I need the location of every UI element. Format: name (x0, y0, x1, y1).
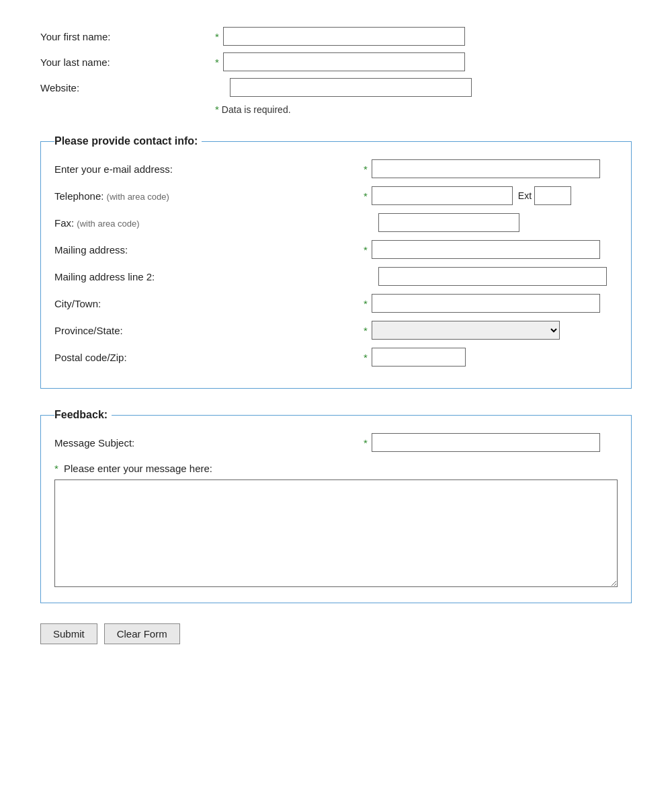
button-row: Submit Clear Form (40, 623, 632, 644)
subject-required-star: * (364, 437, 368, 449)
city-required-star: * (364, 298, 368, 309)
clear-form-button[interactable]: Clear Form (104, 623, 180, 644)
contact-legend: Please provide contact info: (54, 135, 202, 147)
telephone-required-star: * (364, 190, 368, 202)
telephone-label: Telephone: (with area code) (54, 190, 364, 202)
mailing-input[interactable] (372, 240, 600, 259)
mailing-row: Mailing address: * (54, 240, 618, 259)
email-row: Enter your e-mail address: * (54, 159, 618, 178)
telephone-ext-group: Ext (372, 186, 571, 205)
province-select[interactable]: AlbertaBritish ColumbiaManitobaNew Bruns… (372, 321, 560, 340)
first-name-required-star: * (215, 31, 219, 42)
website-label: Website: (40, 82, 215, 93)
last-name-input[interactable] (223, 52, 465, 71)
message-label-row: * Please enter your message here: (54, 463, 618, 474)
telephone-row: Telephone: (with area code) * Ext (54, 186, 618, 205)
first-name-label: Your first name: (40, 31, 215, 42)
required-note: * Data is required. (215, 104, 632, 115)
last-name-required-star: * (215, 56, 219, 68)
email-label: Enter your e-mail address: (54, 163, 364, 175)
telephone-input[interactable] (372, 186, 513, 205)
subject-input[interactable] (372, 433, 600, 452)
mailing2-label: Mailing address line 2: (54, 271, 364, 282)
website-row: Website: (40, 78, 632, 97)
province-row: Province/State: * AlbertaBritish Columbi… (54, 321, 618, 340)
fax-input[interactable] (378, 213, 519, 232)
feedback-fieldset: Feedback: Message Subject: * * Please en… (40, 409, 632, 603)
first-name-input[interactable] (223, 27, 465, 46)
feedback-legend: Feedback: (54, 409, 112, 421)
contact-fieldset: Please provide contact info: Enter your … (40, 135, 632, 389)
email-required-star: * (364, 163, 368, 175)
province-required-star: * (364, 325, 368, 336)
first-name-row: Your first name: * (40, 27, 632, 46)
email-input[interactable] (372, 159, 600, 178)
submit-button[interactable]: Submit (40, 623, 97, 644)
postal-row: Postal code/Zip: * (54, 348, 618, 367)
mailing-required-star: * (364, 244, 368, 256)
city-label: City/Town: (54, 298, 364, 309)
postal-required-star: * (364, 352, 368, 363)
last-name-label: Your last name: (40, 56, 215, 68)
mailing2-row: Mailing address line 2: (54, 267, 618, 286)
last-name-row: Your last name: * (40, 52, 632, 71)
message-label-text: Please enter your message here: (64, 463, 212, 474)
message-required-star: * (54, 463, 58, 474)
mailing-label: Mailing address: (54, 244, 364, 256)
required-note-star: * (215, 104, 219, 115)
ext-label: Ext (518, 190, 532, 201)
message-textarea[interactable] (54, 479, 618, 587)
website-input[interactable] (230, 78, 472, 97)
ext-input[interactable] (534, 186, 571, 205)
top-section: Your first name: * Your last name: * Web… (40, 27, 632, 115)
subject-row: Message Subject: * (54, 433, 618, 452)
fax-hint: (with area code) (77, 219, 139, 229)
required-note-text: Data is required. (222, 104, 291, 115)
city-input[interactable] (372, 294, 600, 313)
postal-label: Postal code/Zip: (54, 352, 364, 363)
province-label: Province/State: (54, 325, 364, 336)
postal-input[interactable] (372, 348, 466, 367)
mailing2-input[interactable] (378, 267, 607, 286)
fax-label: Fax: (with area code) (54, 217, 364, 229)
city-row: City/Town: * (54, 294, 618, 313)
fax-row: Fax: (with area code) (54, 213, 618, 232)
subject-label: Message Subject: (54, 437, 364, 449)
telephone-hint: (with area code) (107, 192, 169, 202)
